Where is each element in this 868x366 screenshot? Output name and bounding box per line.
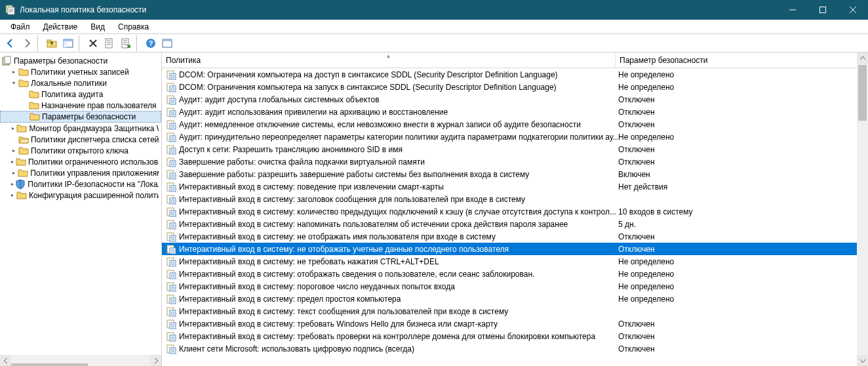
tree-toggle-icon[interactable]: ▸: [9, 68, 18, 77]
column-header-setting[interactable]: Параметр безопасности: [616, 52, 868, 68]
policy-row[interactable]: Интерактивный вход в систему: напоминать…: [162, 218, 868, 230]
list-body[interactable]: DCOM: Ограничения компьютера на доступ в…: [162, 68, 868, 366]
delete-button[interactable]: [85, 35, 101, 51]
tree-item[interactable]: ▸Политики IP-безопасности на "Локальный …: [0, 178, 161, 190]
policy-item-icon: [166, 319, 176, 329]
policy-row[interactable]: Аудит: аудит доступа глобальных системны…: [162, 93, 868, 106]
folder-icon: [18, 67, 29, 77]
tree-toggle-icon[interactable]: ▸: [9, 146, 18, 155]
folder-icon: [16, 157, 26, 167]
security-root-icon: [1, 56, 12, 66]
tree-item[interactable]: Назначение прав пользователя: [0, 100, 161, 111]
tree-toggle-icon[interactable]: [20, 90, 29, 99]
policy-row[interactable]: Аудит: аудит использования привилегии на…: [162, 106, 868, 118]
maximize-button[interactable]: [808, 0, 838, 20]
policy-row[interactable]: Интерактивный вход в систему: не отображ…: [162, 243, 868, 255]
tree-toggle-icon[interactable]: [20, 112, 30, 121]
tree-item[interactable]: Параметры безопасности: [0, 111, 161, 123]
scroll-left-button[interactable]: [0, 355, 11, 366]
tree-toggle-icon[interactable]: ▸: [9, 124, 16, 133]
tree-item-label: Политики управления приложениями: [30, 169, 159, 178]
help-button[interactable]: ?: [143, 35, 159, 51]
tree-toggle-icon[interactable]: ▸: [9, 157, 16, 167]
column-header-policy[interactable]: Политика ▲: [162, 52, 616, 68]
tree-item[interactable]: ▸Политики открытого ключа: [0, 145, 161, 156]
menu-view[interactable]: Вид: [84, 21, 111, 33]
policy-row[interactable]: Интерактивный вход в систему: пороговое …: [162, 280, 868, 293]
svg-point-21: [172, 87, 174, 90]
window-controls: [778, 0, 868, 20]
policy-setting: Не определено: [618, 132, 868, 142]
policy-row[interactable]: Интерактивный вход в систему: заголовок …: [162, 193, 868, 205]
tree-item[interactable]: ▸Монитор брандмауэра Защитника Windows: [0, 123, 161, 134]
policy-name: Аудит: принудительно переопределяет пара…: [179, 132, 618, 142]
scroll-down-button[interactable]: [857, 355, 868, 366]
tree-item-label: Политики учетных записей: [31, 68, 129, 77]
export-button[interactable]: [118, 35, 134, 51]
policy-row[interactable]: Завершение работы: разрешить завершение …: [162, 168, 868, 180]
tree-pane[interactable]: Параметры безопасности ▸Политики учетных…: [0, 52, 162, 366]
list-scrollbar-vertical[interactable]: [857, 52, 868, 366]
policy-item-icon: [166, 194, 176, 205]
policy-row[interactable]: Интерактивный вход в систему: количество…: [162, 205, 868, 218]
refresh-button[interactable]: [159, 35, 175, 51]
policy-row[interactable]: Доступ к сети: Разрешить трансляцию анон…: [162, 143, 868, 155]
svg-text:?: ?: [149, 39, 153, 47]
policy-row[interactable]: Аудит: немедленное отключение системы, е…: [162, 118, 868, 131]
policy-row[interactable]: Интерактивный вход в систему: не требова…: [162, 255, 868, 268]
policy-item-icon: [166, 306, 176, 317]
tree-root[interactable]: Параметры безопасности: [0, 55, 161, 66]
policy-row[interactable]: Интерактивный вход в систему: требовать …: [162, 330, 868, 342]
forward-button[interactable]: [19, 35, 35, 51]
minimize-button[interactable]: [778, 0, 808, 20]
scroll-right-button[interactable]: [150, 355, 161, 366]
svg-point-36: [172, 150, 174, 152]
policy-name: Интерактивный вход в систему: не отображ…: [179, 245, 618, 254]
close-button[interactable]: [838, 0, 868, 20]
tree-scrollbar-horizontal[interactable]: [0, 355, 161, 366]
show-hide-tree-button[interactable]: [60, 35, 76, 51]
policy-row[interactable]: DCOM: Ограничения компьютера на доступ в…: [162, 68, 868, 81]
tree-toggle-icon[interactable]: ▾: [9, 79, 18, 88]
properties-button[interactable]: [102, 35, 117, 51]
policy-row[interactable]: Интерактивный вход в систему: требовать …: [162, 317, 868, 330]
up-button[interactable]: [44, 35, 60, 51]
policy-setting: Отключен: [618, 344, 868, 354]
svg-rect-9: [122, 39, 128, 48]
policy-row[interactable]: Интерактивный вход в систему: отображать…: [162, 268, 868, 280]
policy-item-icon: [166, 232, 176, 242]
policy-setting: Отключен: [618, 108, 868, 117]
toolbar-separator: [136, 35, 140, 51]
tree-toggle-icon[interactable]: ▸: [9, 180, 15, 189]
tree-item[interactable]: ▸Политики учетных записей: [0, 66, 161, 77]
policy-row[interactable]: Аудит: принудительно переопределяет пара…: [162, 131, 868, 143]
back-button[interactable]: [3, 35, 18, 51]
tree-item[interactable]: ▸Конфигурация расширенной политики аудит…: [0, 190, 161, 201]
scrollbar-thumb[interactable]: [858, 65, 867, 121]
policy-row[interactable]: Клиент сети Microsoft: использовать цифр…: [162, 342, 868, 355]
tree-item[interactable]: ▸Политики ограниченного использования пр…: [0, 156, 161, 167]
svg-point-51: [172, 212, 174, 214]
tree-item[interactable]: Политика аудита: [0, 89, 161, 100]
tree-toggle-icon[interactable]: [9, 135, 18, 144]
policy-row[interactable]: Интерактивный вход в систему: предел про…: [162, 293, 868, 305]
tree-item[interactable]: ▸Политики управления приложениями: [0, 167, 161, 178]
policy-row[interactable]: Завершение работы: очистка файла подкачк…: [162, 155, 868, 168]
policy-row[interactable]: Интерактивный вход в систему: текст сооб…: [162, 305, 868, 317]
folder-icon: [18, 168, 28, 178]
svg-rect-15: [5, 56, 10, 64]
menu-file[interactable]: Файл: [4, 21, 37, 33]
scroll-up-button[interactable]: [857, 52, 868, 64]
tree-toggle-icon[interactable]: [20, 101, 29, 110]
policy-row[interactable]: DCOM: Ограничения компьютера на запуск в…: [162, 81, 868, 93]
menu-help[interactable]: Справка: [111, 21, 155, 33]
tree-item-label: Монитор брандмауэра Защитника Windows: [29, 124, 159, 133]
policy-row[interactable]: Интерактивный вход в систему: не отображ…: [162, 230, 868, 243]
policy-name: Доступ к сети: Разрешить трансляцию анон…: [179, 145, 618, 154]
menu-action[interactable]: Действие: [37, 21, 85, 33]
tree-item[interactable]: ▾Локальные политики: [0, 77, 161, 89]
tree-item[interactable]: Политики диспетчера списка сетей: [0, 134, 161, 145]
tree-toggle-icon[interactable]: ▸: [9, 169, 18, 178]
tree-toggle-icon[interactable]: ▸: [9, 191, 16, 200]
policy-row[interactable]: Интерактивный вход в систему: поведение …: [162, 180, 868, 193]
